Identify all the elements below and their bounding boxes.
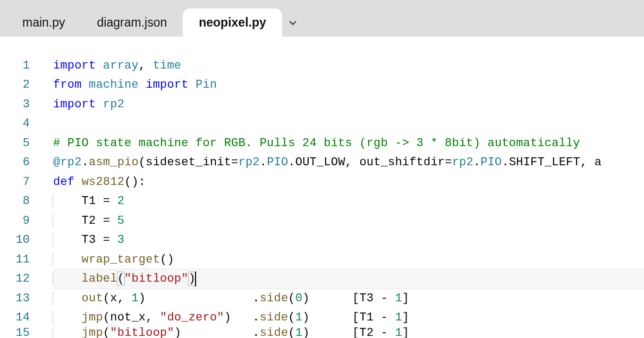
tab-overflow-dropdown[interactable] [282,9,303,37]
line-number: 10 [0,233,34,247]
tab-main-py[interactable]: main.py [6,9,81,37]
code-line: 2 from machine import Pin [0,75,644,95]
code-line: 7 def ws2812(): [0,172,644,192]
code-line: 13 out(x, 1) .side(0) [T3 - 1] [0,289,644,308]
tab-diagram-json[interactable]: diagram.json [81,9,183,37]
line-number: 8 [0,195,34,208]
code-editor[interactable]: 1 import array, time 2 from machine impo… [0,37,644,338]
line-number: 11 [0,253,34,266]
code-line: 6 @rp2.asm_pio(sideset_init=rp2.PIO.OUT_… [0,153,644,173]
line-number: 1 [0,59,34,72]
line-number: 7 [0,175,34,189]
line-number: 6 [0,156,34,169]
tab-neopixel-py[interactable]: neopixel.py [183,9,282,37]
code-line: 11 wrap_target() [0,250,644,269]
code-line: 3 import rp2 [0,95,644,114]
line-number: 12 [0,272,34,285]
tab-label: neopixel.py [199,15,266,30]
code-line-current: 12 label("bitloop") [0,269,644,289]
tab-label: main.py [22,15,65,30]
line-number: 14 [0,311,34,324]
tab-label: diagram.json [97,15,167,30]
line-number: 15 [0,327,34,338]
line-number: 4 [0,117,34,130]
code-line: 15 jmp("bitloop") .side(1) [T2 - 1] [0,327,644,338]
code-line: 9 T2 = 5 [0,211,644,231]
line-number: 3 [0,98,34,111]
chevron-down-icon [289,20,296,26]
tab-bar: main.py diagram.json neopixel.py [0,0,644,37]
line-number: 9 [0,214,34,227]
text-cursor [195,272,196,286]
line-number: 2 [0,78,34,91]
line-number: 13 [0,292,34,305]
code-line: 10 T3 = 3 [0,231,644,250]
code-line: 14 jmp(not_x, "do_zero") .side(1) [T1 - … [0,308,644,328]
code-line: 4 [0,114,644,134]
code-line: 5 # PIO state machine for RGB. Pulls 24 … [0,133,644,153]
code-line: 1 import array, time [0,56,644,75]
code-line: 8 T1 = 2 [0,192,644,212]
line-number: 5 [0,137,34,150]
